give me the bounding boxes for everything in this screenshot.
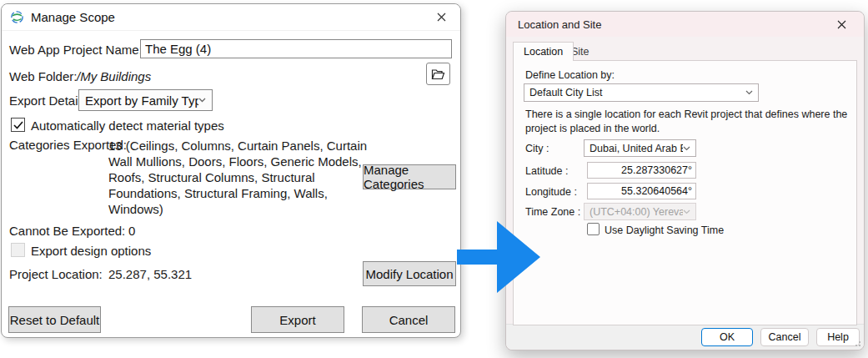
chevron-down-icon — [683, 209, 690, 214]
cancel-button[interactable]: Cancel — [760, 328, 809, 346]
project-location-label: Project Location: — [9, 267, 103, 281]
daylight-saving-label: Use Daylight Saving Time — [605, 224, 724, 236]
resize-grip[interactable] — [854, 340, 860, 346]
categories-exported-value: 13 (Ceilings, Columns, Curtain Panels, C… — [108, 138, 372, 217]
dialog-title: Manage Scope — [31, 10, 115, 24]
latitude-input[interactable] — [587, 162, 696, 179]
close-icon[interactable] — [430, 8, 452, 27]
define-location-label: Define Location by: — [525, 69, 615, 81]
dialog-title: Location and Site — [518, 18, 601, 31]
city-label: City : — [525, 143, 549, 154]
daylight-saving-checkbox[interactable] — [587, 223, 600, 235]
check-icon — [13, 121, 23, 129]
browse-folder-button[interactable] — [426, 63, 450, 85]
close-icon[interactable] — [830, 15, 852, 33]
auto-detect-label: Automatically detect material types — [31, 118, 224, 133]
manage-scope-dialog: Manage Scope Web App Project Name: Web F… — [1, 3, 461, 338]
define-location-value: Default City List — [529, 87, 603, 98]
dialog-footer: OK Cancel Help — [506, 324, 864, 350]
city-value: Dubai, United Arab Emirat — [590, 143, 683, 154]
chevron-down-icon — [198, 98, 206, 103]
app-globe-icon — [10, 10, 24, 24]
cancel-button[interactable]: Cancel — [362, 306, 455, 333]
web-folder-value: /My Buildings — [77, 69, 151, 83]
open-folder-icon — [431, 68, 445, 80]
manage-categories-button[interactable]: Manage Categories — [363, 164, 456, 189]
location-info-text: There is a single location for each Revi… — [525, 108, 849, 136]
chevron-down-icon — [745, 90, 753, 95]
project-location-value: 25.287, 55.321 — [108, 267, 192, 281]
location-site-titlebar: Location and Site — [506, 12, 864, 37]
ok-button[interactable]: OK — [701, 328, 753, 346]
web-folder-label: Web Folder: — [9, 69, 77, 83]
timezone-value: (UTC+04:00) Yerevan — [590, 206, 683, 218]
modify-location-button[interactable]: Modify Location — [363, 261, 456, 286]
longitude-label: Longitude : — [525, 186, 577, 198]
define-location-dropdown[interactable]: Default City List — [524, 83, 759, 102]
latitude-label: Latitude : — [525, 165, 568, 177]
auto-detect-checkbox[interactable] — [11, 118, 25, 132]
forward-arrow — [450, 213, 546, 305]
location-and-site-dialog: Location and Site Location Site Define L… — [505, 11, 865, 350]
location-tab-panel: Define Location by: Default City List Th… — [513, 60, 857, 325]
export-button[interactable]: Export — [251, 306, 344, 333]
longitude-input[interactable] — [587, 183, 696, 199]
export-detail-dropdown[interactable]: Export by Family Type — [78, 89, 213, 111]
tab-location[interactable]: Location — [513, 42, 574, 61]
chevron-down-icon — [683, 146, 690, 151]
cannot-export-label: Cannot Be Exported: — [9, 224, 125, 238]
export-detail-value: Export by Family Type — [85, 93, 198, 108]
reset-to-default-button[interactable]: Reset to Default — [8, 306, 101, 333]
project-name-label: Web App Project Name: — [9, 43, 143, 57]
cannot-export-value: 0 — [128, 224, 135, 238]
city-dropdown[interactable]: Dubai, United Arab Emirat — [584, 139, 696, 157]
export-design-options-checkbox — [11, 243, 25, 257]
project-name-input[interactable] — [140, 39, 452, 58]
timezone-dropdown: (UTC+04:00) Yerevan — [584, 203, 696, 220]
export-detail-label: Export Detail: — [9, 93, 84, 108]
manage-scope-titlebar: Manage Scope — [2, 4, 460, 31]
export-design-options-label: Export design options — [31, 244, 151, 258]
